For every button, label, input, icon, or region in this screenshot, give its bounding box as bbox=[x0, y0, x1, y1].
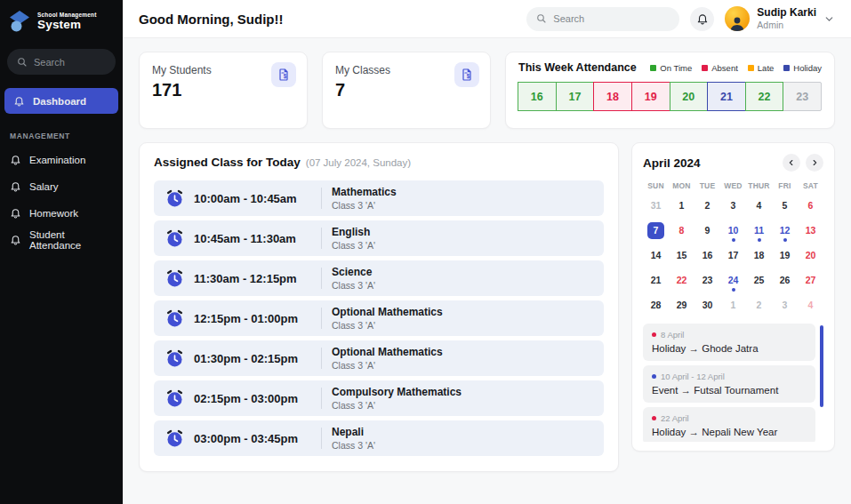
schedule-row: 02:15pm - 03:00pm Compulsory Mathematics… bbox=[154, 380, 604, 416]
sidebar-item[interactable]: Examination bbox=[0, 147, 123, 172]
calendar-day[interactable]: 19 bbox=[772, 243, 798, 268]
user-menu[interactable]: Sudip Karki Admin bbox=[725, 6, 835, 31]
calendar-day[interactable]: 20 bbox=[798, 243, 823, 268]
weekday-label: SAT bbox=[798, 181, 823, 190]
calendar-day[interactable]: 16 bbox=[694, 243, 720, 268]
calendar-day[interactable]: 13 bbox=[798, 218, 823, 243]
calendar-day[interactable]: 9 bbox=[694, 218, 720, 243]
event-type-dot bbox=[652, 374, 656, 379]
calendar-day-number: 7 bbox=[647, 222, 664, 239]
calendar-day-number: 28 bbox=[647, 297, 664, 314]
calendar-day[interactable]: 23 bbox=[694, 268, 720, 292]
calendar-day-number: 1 bbox=[725, 297, 742, 314]
calendar-day-number: 8 bbox=[673, 222, 690, 239]
calendar-day-number: 24 bbox=[725, 272, 742, 289]
attendance-day-number: 20 bbox=[682, 91, 694, 103]
calendar-day[interactable]: 25 bbox=[746, 268, 772, 292]
calendar-day[interactable]: 17 bbox=[720, 243, 746, 268]
header-search-input[interactable] bbox=[553, 13, 651, 24]
calendar-day[interactable]: 22 bbox=[669, 268, 694, 292]
attendance-day-cell: 17 bbox=[556, 82, 595, 111]
calendar-day[interactable]: 27 bbox=[798, 268, 823, 292]
header-search[interactable] bbox=[526, 7, 679, 31]
calendar-day[interactable]: 2 bbox=[694, 193, 720, 218]
calendar-day[interactable]: 18 bbox=[746, 243, 772, 268]
legend-label: On Time bbox=[660, 63, 692, 73]
legend-item: On Time bbox=[650, 63, 692, 73]
calendar-day[interactable]: 14 bbox=[643, 243, 669, 268]
legend-label: Late bbox=[758, 63, 775, 73]
stats-row: My Students 171 $ My C bbox=[139, 52, 835, 129]
stat-cards: My Students 171 $ My C bbox=[139, 52, 491, 129]
class-subject: Optional Mathematics bbox=[332, 346, 443, 358]
calendar-day[interactable]: 31 bbox=[643, 193, 669, 218]
calendar-day-number: 2 bbox=[699, 197, 716, 214]
topbar: Good Morning, Sudip!! Sudip Karki Admin bbox=[123, 0, 851, 38]
schedule-row: 10:00am - 10:45am Mathematics Class 3 'A… bbox=[154, 180, 604, 216]
calendar-day[interactable]: 28 bbox=[643, 292, 669, 317]
class-subject: Optional Mathematics bbox=[332, 306, 443, 318]
stat-card: My Students 171 $ bbox=[139, 52, 308, 129]
calendar-day[interactable]: 3 bbox=[720, 193, 746, 218]
calendar-day[interactable]: 4 bbox=[798, 292, 823, 317]
calendar-day[interactable]: 24 bbox=[720, 268, 746, 292]
class-time: 10:00am - 10:45am bbox=[194, 192, 311, 205]
calendar-day-number: 26 bbox=[776, 272, 793, 289]
attendance-day-number: 17 bbox=[568, 91, 581, 103]
sidebar-search-input[interactable] bbox=[34, 57, 105, 68]
calendar-weekday-header: SUNMONTUEWEDTHURFRISAT bbox=[643, 181, 823, 190]
alarm-clock-icon bbox=[165, 349, 184, 368]
event-date: 10 April - 12 April bbox=[661, 372, 725, 381]
calendar-day-number: 31 bbox=[647, 197, 664, 214]
calendar-day[interactable]: 2 bbox=[746, 292, 772, 317]
calendar-day[interactable]: 8 bbox=[669, 218, 694, 243]
calendar-day-number: 13 bbox=[802, 222, 819, 239]
calendar-day[interactable]: 12 bbox=[772, 218, 798, 243]
lower-row: Assigned Class for Today (07 July 2024, … bbox=[139, 142, 835, 491]
calendar-day[interactable]: 21 bbox=[643, 268, 669, 292]
calendar-day[interactable]: 5 bbox=[772, 193, 798, 218]
sidebar-item-label: Dashboard bbox=[33, 96, 86, 107]
weekday-label: WED bbox=[720, 181, 746, 190]
class-subject: Nepali bbox=[332, 426, 375, 438]
calendar-events: 8 April Holiday → Ghode Jatra 10 April -… bbox=[643, 324, 823, 442]
divider bbox=[321, 228, 322, 249]
calendar-day-number: 29 bbox=[673, 297, 690, 314]
calendar-day[interactable]: 3 bbox=[772, 292, 798, 317]
calendar-day[interactable]: 4 bbox=[746, 193, 772, 218]
calendar-day[interactable]: 11 bbox=[746, 218, 772, 243]
calendar-day[interactable]: 1 bbox=[720, 292, 746, 317]
sidebar-item[interactable]: Student Attendance bbox=[0, 227, 123, 252]
file-invoice-dollar-icon: $ bbox=[454, 62, 479, 87]
calendar-day[interactable]: 7 bbox=[643, 218, 669, 243]
sidebar-item[interactable]: Homework bbox=[0, 200, 123, 226]
attendance-legend: On Time Absent Late bbox=[650, 63, 822, 73]
calendar-day[interactable]: 29 bbox=[669, 292, 694, 317]
event-title: Event → Futsal Tournament bbox=[652, 385, 807, 396]
calendar-prev-button[interactable] bbox=[783, 154, 800, 172]
calendar-card: April 2024 bbox=[631, 142, 835, 452]
calendar-day-number: 11 bbox=[751, 222, 767, 239]
sidebar-item[interactable]: Salary bbox=[0, 173, 123, 199]
calendar-day[interactable]: 26 bbox=[772, 268, 798, 292]
calendar-day[interactable]: 6 bbox=[798, 193, 823, 218]
file-invoice-dollar-icon: $ bbox=[271, 62, 296, 87]
search-icon bbox=[17, 57, 28, 68]
calendar-next-button[interactable] bbox=[806, 154, 823, 172]
user-name: Sudip Karki bbox=[757, 7, 816, 20]
alarm-clock-icon bbox=[165, 189, 184, 208]
legend-swatch bbox=[748, 65, 754, 71]
notifications-button[interactable] bbox=[690, 7, 714, 31]
calendar-day[interactable]: 10 bbox=[720, 218, 746, 243]
calendar-day-number: 2 bbox=[751, 297, 767, 314]
calendar-day[interactable]: 30 bbox=[694, 292, 720, 317]
attendance-day-cell: 23 bbox=[783, 82, 822, 111]
calendar-day[interactable]: 15 bbox=[669, 243, 694, 268]
calendar-day-number: 1 bbox=[673, 197, 690, 214]
sidebar-search[interactable] bbox=[7, 49, 116, 75]
event-title: Holiday → Ghode Jatra bbox=[652, 343, 807, 354]
calendar-day[interactable]: 1 bbox=[669, 193, 694, 218]
legend-item: Absent bbox=[702, 63, 738, 73]
events-scrollbar[interactable] bbox=[820, 325, 823, 407]
sidebar-item-dashboard[interactable]: Dashboard bbox=[4, 88, 118, 114]
